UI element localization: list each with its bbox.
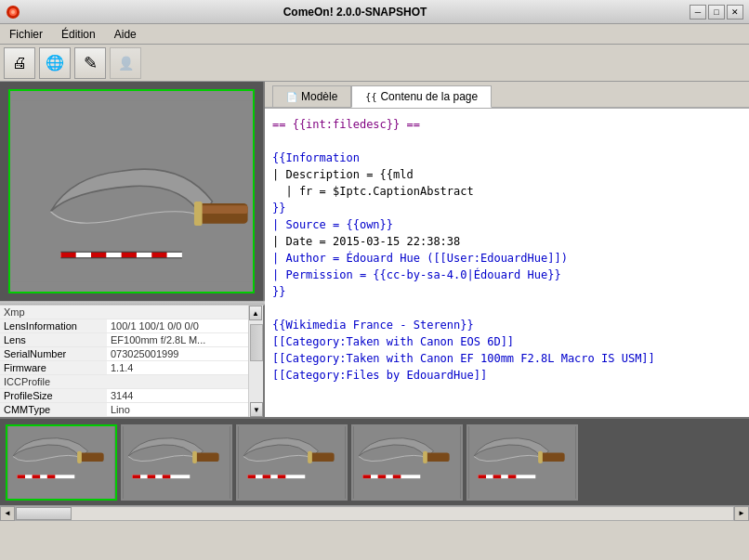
table-row: CMMType Lino (0, 403, 263, 417)
editor-line-3: {{Information (272, 150, 742, 166)
svg-rect-22 (194, 452, 219, 462)
filmstrip-item-4[interactable] (351, 424, 463, 501)
table-row: LensInformation 100/1 100/1 0/0 0/0 (0, 319, 263, 333)
main-image-container (8, 89, 255, 293)
svg-rect-25 (132, 475, 140, 478)
scroll-right-button[interactable]: ► (734, 506, 749, 521)
maximize-button[interactable]: □ (708, 5, 725, 20)
menu-edition[interactable]: Édition (56, 26, 101, 43)
table-row: SerialNumber 073025001999 (0, 347, 263, 361)
print-button[interactable]: 🖨 (4, 47, 35, 79)
meta-key: Firmware (0, 361, 107, 375)
svg-point-2 (11, 10, 15, 14)
meta-value: 100/1 100/1 0/0 0/0 (107, 319, 263, 333)
table-row: Firmware 1.1.4 (0, 361, 263, 375)
tab-contenu[interactable]: {{ Contenu de la page (351, 85, 492, 108)
svg-rect-39 (362, 475, 371, 478)
svg-rect-43 (540, 452, 565, 462)
meta-value: EF100mm f/2.8L M... (107, 333, 263, 347)
meta-value: 073025001999 (107, 347, 263, 361)
metadata-scrollbar[interactable]: ▲ ▼ (248, 306, 263, 417)
filmstrip-item-3[interactable] (236, 424, 348, 501)
filmstrip (0, 417, 749, 505)
svg-rect-45 (478, 475, 535, 478)
svg-rect-48 (508, 475, 517, 478)
svg-rect-30 (308, 450, 312, 462)
meta-key: Lens (0, 333, 107, 347)
svg-rect-8 (60, 252, 75, 258)
metadata-table: Xmp LensInformation 100/1 100/1 0/0 0/0 … (0, 306, 263, 417)
editor-line-9: | Author = Édouard Hue ([[User:EdouardHu… (272, 250, 742, 267)
scroll-left-button[interactable]: ◄ (0, 506, 15, 521)
globe-button[interactable]: 🌐 (39, 47, 71, 79)
horizontal-scrollbar[interactable] (15, 506, 734, 521)
edit-button[interactable]: ✎ (74, 47, 106, 79)
editor-line-10: | Permission = {{cc-by-sa-4.0|Édouard Hu… (272, 267, 742, 283)
svg-rect-35 (354, 426, 460, 499)
editor-line-4: | Description = {{mld (272, 166, 742, 183)
filmstrip-thumb-4 (353, 426, 461, 499)
filmstrip-thumb-2 (123, 426, 230, 499)
metadata-area: Xmp LensInformation 100/1 100/1 0/0 0/0 … (0, 305, 265, 417)
meta-value: Lino (107, 403, 263, 417)
image-panel (0, 82, 265, 301)
h-scroll-thumb[interactable] (16, 507, 72, 520)
menu-fichier[interactable]: Fichier (4, 26, 48, 43)
user-icon: 👤 (118, 56, 134, 71)
window-controls: ─ □ ✕ (690, 5, 743, 20)
tab-contenu-label: Contenu de la page (380, 90, 478, 103)
minimize-button[interactable]: ─ (690, 5, 706, 20)
svg-rect-14 (8, 426, 114, 499)
window-title: ComeOn! 2.0.0-SNAPSHOT (20, 6, 690, 19)
editor-line-blank1 (272, 133, 742, 150)
title-bar-left (6, 5, 20, 20)
main-image (10, 91, 253, 292)
svg-rect-36 (425, 452, 450, 462)
svg-rect-27 (163, 475, 171, 478)
svg-rect-42 (469, 426, 575, 499)
meta-value: 1.1.4 (107, 361, 263, 375)
metadata-scroll: Xmp LensInformation 100/1 100/1 0/0 0/0 … (0, 306, 263, 417)
svg-rect-24 (132, 475, 190, 478)
right-panel: 📄 Modèle {{ Contenu de la page == {{int:… (265, 82, 749, 417)
svg-rect-10 (122, 252, 137, 258)
filmstrip-thumb-3 (238, 426, 346, 499)
svg-rect-11 (151, 252, 166, 258)
svg-rect-40 (378, 475, 387, 478)
editor-line-6: }} (272, 200, 742, 216)
editor-line-8: | Date = 2015-03-15 22:38:38 (272, 233, 742, 250)
scroll-up-button[interactable]: ▲ (249, 306, 262, 320)
svg-rect-32 (247, 475, 256, 478)
menu-aide[interactable]: Aide (109, 26, 142, 43)
print-icon: 🖨 (12, 55, 27, 72)
tab-modele-label: Modèle (301, 90, 337, 103)
editor-line-16: [[Category:Files by EdouardHue]] (272, 367, 742, 384)
middle-row: Xmp LensInformation 100/1 100/1 0/0 0/0 … (0, 82, 749, 417)
editor-line-14: [[Category:Taken with Canon EOS 6D]] (272, 333, 742, 350)
svg-rect-31 (247, 475, 305, 478)
svg-rect-18 (17, 475, 25, 478)
svg-rect-33 (263, 475, 271, 478)
svg-rect-5 (197, 205, 247, 214)
scroll-thumb[interactable] (250, 324, 263, 361)
scroll-down-button[interactable]: ▼ (250, 402, 263, 417)
svg-rect-15 (79, 452, 104, 462)
editor-line-15: [[Category:Taken with Canon EF 100mm F2.… (272, 350, 742, 367)
table-row: ProfileSize 3144 (0, 389, 263, 403)
close-button[interactable]: ✕ (727, 5, 743, 20)
filmstrip-item-2[interactable] (121, 424, 232, 501)
filmstrip-item-1[interactable] (6, 424, 117, 501)
svg-rect-26 (148, 475, 156, 478)
meta-key: SerialNumber (0, 347, 107, 361)
tab-modele[interactable]: 📄 Modèle (272, 85, 351, 107)
title-bar: ComeOn! 2.0.0-SNAPSHOT ─ □ ✕ (0, 0, 749, 24)
svg-rect-28 (239, 426, 345, 499)
svg-rect-29 (309, 452, 335, 462)
tabs-bar: 📄 Modèle {{ Contenu de la page (265, 82, 749, 109)
filmstrip-item-5[interactable] (466, 424, 578, 501)
app-icon (6, 5, 20, 20)
text-editor[interactable]: == {{int:filedesc}} == {{Information | D… (265, 109, 749, 417)
editor-line-11: }} (272, 283, 742, 300)
toolbar: 🖨 🌐 ✎ 👤 (0, 45, 749, 82)
svg-rect-41 (393, 475, 401, 478)
